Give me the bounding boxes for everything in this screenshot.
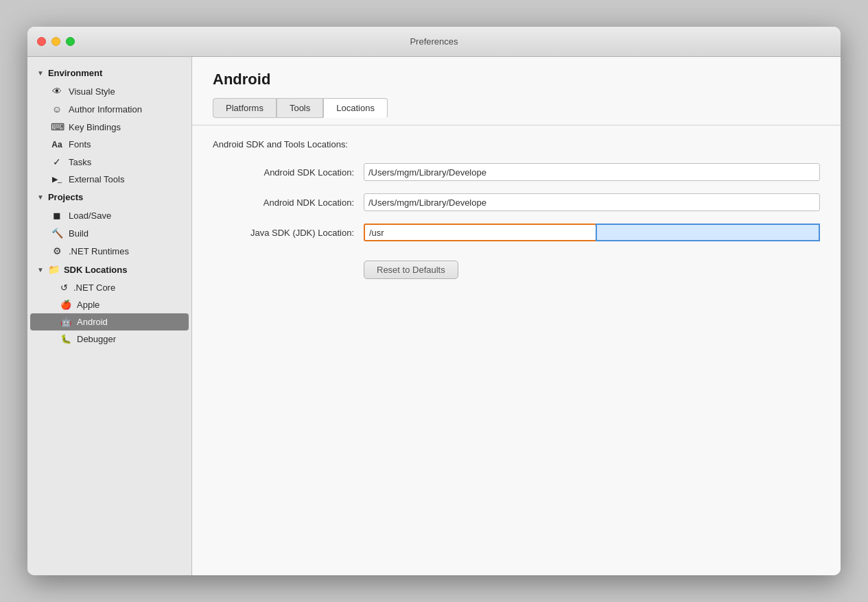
terminal-icon: ▶_ (51, 175, 63, 184)
main-body: Android SDK and Tools Locations: Android… (192, 125, 841, 575)
android-ndk-input[interactable] (364, 193, 820, 211)
chevron-down-icon-projects: ▼ (37, 193, 44, 201)
load-save-icon: ◼ (51, 210, 63, 221)
android-sdk-label: Android SDK Location: (213, 167, 364, 178)
font-icon: Aa (51, 140, 63, 149)
projects-section-label: Projects (48, 192, 83, 202)
java-sdk-extended-input (596, 224, 821, 241)
keyboard-icon: ⌨ (51, 121, 63, 132)
sidebar-section-environment[interactable]: ▼ Environment (27, 64, 191, 82)
smiley-icon: ☺ (51, 104, 63, 115)
sidebar-item-author-information[interactable]: ☺ Author Information (27, 100, 191, 118)
sidebar-item-debugger[interactable]: 🐛 Debugger (27, 330, 191, 348)
sidebar-item-external-tools[interactable]: ▶_ External Tools (27, 171, 191, 188)
page-title: Android (213, 71, 820, 88)
java-sdk-input[interactable] (364, 224, 597, 241)
tab-platforms[interactable]: Platforms (213, 98, 277, 118)
content-area: ▼ Environment 👁 Visual Style ☺ Author In… (27, 57, 841, 575)
maximize-button[interactable] (66, 37, 75, 46)
sidebar-item-tasks[interactable]: ✓ Tasks (27, 153, 191, 171)
environment-section-label: Environment (48, 68, 102, 78)
gear-icon: ⚙ (51, 245, 63, 256)
android-sdk-input[interactable] (364, 163, 820, 181)
sidebar-item-load-save[interactable]: ◼ Load/Save (27, 206, 191, 224)
android-sdk-field-row: Android SDK Location: (213, 163, 820, 181)
tab-locations[interactable]: Locations (323, 98, 388, 118)
java-sdk-label: Java SDK (JDK) Location: (213, 228, 364, 238)
eye-icon: 👁 (51, 86, 63, 97)
main-content: Android Platforms Tools Locations Androi… (192, 57, 841, 575)
window-title: Preferences (410, 36, 458, 47)
java-sdk-field-row: Java SDK (JDK) Location: (213, 224, 820, 241)
sdk-locations-label: SDK Locations (64, 265, 127, 275)
sidebar-item-key-bindings[interactable]: ⌨ Key Bindings (27, 118, 191, 136)
check-icon: ✓ (51, 156, 63, 167)
folder-icon: 📁 (48, 264, 60, 275)
sidebar-item-visual-style[interactable]: 👁 Visual Style (27, 82, 191, 100)
minimize-button[interactable] (51, 37, 60, 46)
reset-to-defaults-button[interactable]: Reset to Defaults (364, 261, 458, 279)
sidebar-item-build[interactable]: 🔨 Build (27, 224, 191, 242)
android-icon: 🤖 (60, 317, 71, 327)
sidebar-item-net-runtimes[interactable]: ⚙ .NET Runtimes (27, 242, 191, 260)
section-label: Android SDK and Tools Locations: (213, 139, 820, 149)
sidebar-item-fonts[interactable]: Aa Fonts (27, 136, 191, 153)
chevron-down-icon: ▼ (37, 69, 44, 77)
sidebar-section-sdk-locations[interactable]: ▼ 📁 SDK Locations (27, 260, 191, 279)
debugger-icon: 🐛 (60, 334, 71, 344)
sidebar-item-apple[interactable]: 🍎 Apple (27, 296, 191, 313)
preferences-window: Preferences ▼ Environment 👁 Visual Style… (27, 27, 841, 575)
titlebar: Preferences (27, 27, 841, 57)
main-header: Android Platforms Tools Locations (192, 57, 841, 125)
sidebar: ▼ Environment 👁 Visual Style ☺ Author In… (27, 57, 192, 575)
sidebar-item-android[interactable]: 🤖 Android (30, 313, 189, 330)
sidebar-item-net-core[interactable]: ↺ .NET Core (27, 279, 191, 296)
sidebar-section-projects[interactable]: ▼ Projects (27, 188, 191, 206)
build-icon: 🔨 (51, 228, 63, 239)
tab-tools[interactable]: Tools (277, 98, 323, 118)
tabs-bar: Platforms Tools Locations (213, 98, 820, 118)
chevron-down-icon-sdk: ▼ (37, 266, 44, 274)
traffic-lights (37, 37, 75, 46)
net-core-icon: ↺ (60, 282, 68, 293)
close-button[interactable] (37, 37, 46, 46)
android-ndk-label: Android NDK Location: (213, 197, 364, 208)
android-ndk-field-row: Android NDK Location: (213, 193, 820, 211)
apple-icon: 🍎 (60, 300, 71, 310)
